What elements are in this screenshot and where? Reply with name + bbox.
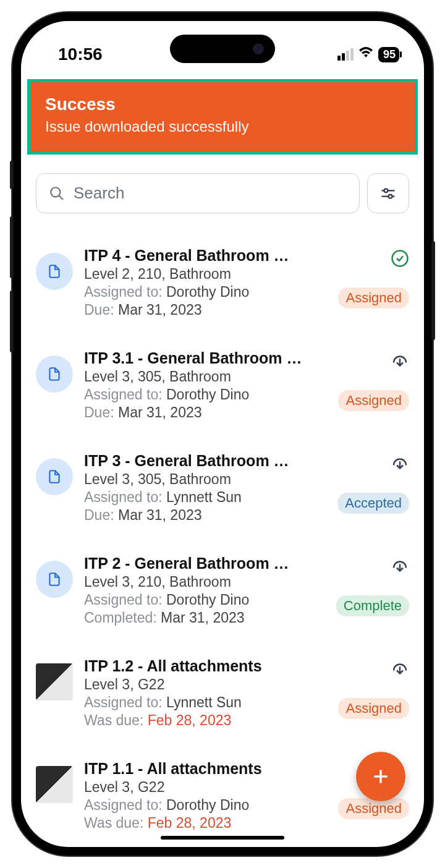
download-icon[interactable]: [391, 557, 409, 578]
issue-body: ITP 1.2 - All attachmentsLevel 3, G22Ass…: [84, 657, 324, 730]
toast-title: Success: [45, 95, 400, 114]
svg-point-6: [392, 251, 408, 266]
svg-point-3: [384, 189, 388, 192]
issue-location: Level 3, 305, Bathroom: [84, 368, 324, 385]
status-badge: Assigned: [338, 390, 409, 411]
issue-assignee-line: Assigned to: Dorothy Dino: [84, 592, 324, 608]
issue-row[interactable]: ITP 3 - General Bathroom …Level 3, 305, …: [36, 437, 409, 540]
plus-icon: [371, 767, 391, 786]
file-icon: [36, 253, 73, 290]
search-input[interactable]: Search: [36, 173, 360, 213]
issue-body: ITP 4 - General Bathroom …Level 2, 210, …: [84, 247, 324, 320]
issue-location: Level 3, 210, Bathroom: [84, 574, 324, 590]
file-icon: [36, 561, 73, 598]
file-icon: [36, 458, 73, 495]
download-icon[interactable]: [391, 454, 409, 475]
issue-date-line: Was due: Feb 28, 2023: [84, 712, 324, 729]
home-indicator[interactable]: [161, 836, 284, 840]
issue-date-line: Due: Mar 31, 2023: [84, 302, 324, 318]
status-badge: Assigned: [338, 798, 409, 819]
issue-assignee-line: Assigned to: Dorothy Dino: [84, 386, 324, 403]
issue-date-line: Due: Mar 31, 2023: [84, 507, 324, 524]
issue-row[interactable]: ITP 1.1 - All attachmentsLevel 3, G22Ass…: [36, 745, 409, 847]
issue-location: Level 3, 305, Bathroom: [84, 471, 324, 488]
issue-body: ITP 3.1 - General Bathroom …Level 3, 305…: [84, 349, 324, 422]
status-time: 10:56: [58, 45, 103, 64]
svg-point-0: [51, 187, 60, 197]
issue-date-line: Was due: Feb 28, 2023: [84, 815, 324, 832]
issue-assignee-line: Assigned to: Dorothy Dino: [84, 797, 324, 814]
issue-date-line: Due: Mar 31, 2023: [84, 404, 324, 421]
dynamic-island: [170, 35, 275, 63]
status-badge: Assigned: [338, 287, 409, 308]
issue-row[interactable]: ITP 1.2 - All attachmentsLevel 3, G22Ass…: [36, 642, 409, 745]
sliders-icon: [379, 185, 397, 202]
issue-thumbnail: [36, 663, 73, 700]
download-icon[interactable]: [391, 352, 409, 373]
search-icon: [49, 185, 65, 202]
wifi-icon: [358, 46, 373, 62]
phone-frame: 10:56 95 Site Manager Success Issue down…: [12, 12, 433, 856]
svg-point-5: [389, 194, 392, 198]
file-icon: [36, 355, 73, 393]
search-placeholder: Search: [74, 184, 124, 203]
issue-date-line: Completed: Mar 31, 2023: [84, 610, 324, 626]
issue-title: ITP 3.1 - General Bathroom …: [84, 349, 324, 367]
issue-title: ITP 3 - General Bathroom …: [84, 452, 324, 470]
issue-assignee-line: Assigned to: Lynnett Sun: [84, 489, 324, 506]
issue-row[interactable]: ITP 3.1 - General Bathroom …Level 3, 305…: [36, 334, 409, 437]
downloaded-check-icon: [391, 249, 409, 270]
issue-title: ITP 2 - General Bathroom …: [84, 555, 324, 572]
app-content: Site Manager Success Issue downloaded su…: [21, 21, 424, 847]
issue-title: ITP 1.1 - All attachments: [84, 760, 324, 778]
issue-location: Level 3, G22: [84, 779, 324, 796]
status-badge: Accepted: [337, 493, 409, 514]
camera-dot: [253, 43, 264, 54]
issue-body: ITP 1.1 - All attachmentsLevel 3, G22Ass…: [84, 760, 324, 833]
battery-indicator: 95: [378, 47, 399, 62]
status-badge: Complete: [336, 595, 409, 616]
add-button[interactable]: [356, 752, 405, 801]
side-button: [10, 216, 14, 278]
issue-thumbnail: [36, 766, 73, 803]
side-button: [10, 291, 14, 352]
issue-location: Level 2, 210, Bathroom: [84, 266, 324, 283]
issue-right: Accepted: [335, 452, 409, 514]
filter-button[interactable]: [367, 173, 409, 213]
cellular-signal-icon: [337, 48, 354, 61]
toast-success[interactable]: Success Issue downloaded successfully: [27, 79, 418, 155]
issue-title: ITP 1.2 - All attachments: [84, 657, 324, 675]
svg-line-1: [59, 195, 63, 200]
status-badge: Assigned: [338, 698, 409, 719]
issue-location: Level 3, G22: [84, 676, 324, 693]
side-button: [431, 241, 435, 340]
search-row: Search: [21, 173, 424, 213]
issue-title: ITP 4 - General Bathroom …: [84, 247, 324, 265]
status-indicators: 95: [337, 46, 399, 62]
issue-row[interactable]: ITP 2 - General Bathroom …Level 3, 210, …: [36, 540, 409, 642]
issue-assignee-line: Assigned to: Lynnett Sun: [84, 694, 324, 711]
issue-right: Complete: [335, 555, 409, 616]
toast-message: Issue downloaded successfully: [45, 118, 400, 135]
issue-right: Assigned: [335, 349, 409, 411]
issue-body: ITP 3 - General Bathroom …Level 3, 305, …: [84, 452, 324, 525]
download-icon[interactable]: [391, 660, 409, 681]
side-button: [10, 161, 14, 189]
screen: 10:56 95 Site Manager Success Issue down…: [21, 21, 424, 847]
issue-list[interactable]: ITP 4 - General Bathroom …Level 2, 210, …: [21, 232, 424, 847]
issue-body: ITP 2 - General Bathroom …Level 3, 210, …: [84, 555, 324, 628]
issue-right: Assigned: [335, 247, 409, 308]
issue-row[interactable]: ITP 4 - General Bathroom …Level 2, 210, …: [36, 232, 409, 334]
issue-assignee-line: Assigned to: Dorothy Dino: [84, 284, 324, 300]
issue-right: Assigned: [335, 657, 409, 719]
